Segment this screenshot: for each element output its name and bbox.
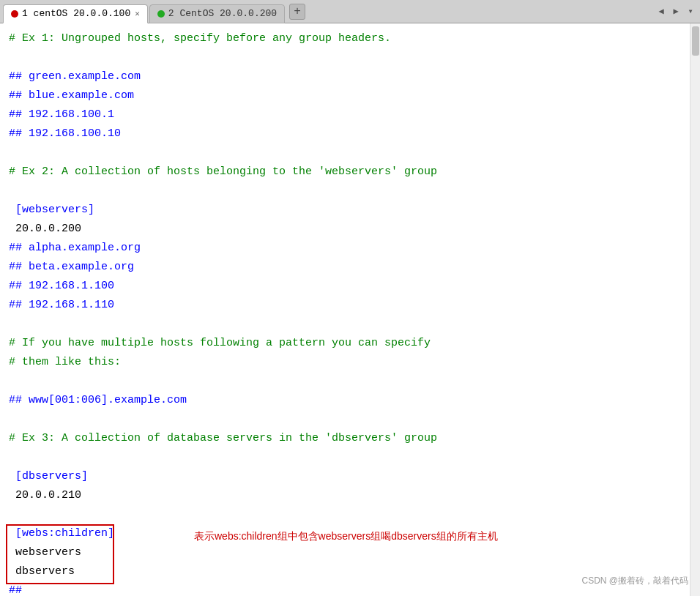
code-line-26: [webs:children]	[9, 524, 681, 543]
code-line-17: # them like this:	[9, 353, 681, 372]
code-line-23: [dbservers]	[9, 467, 681, 486]
tab-menu-button[interactable]: ▾	[684, 5, 697, 18]
code-line-7: # Ex 2: A collection of hosts belonging …	[9, 163, 681, 182]
code-line-28: dbservers	[9, 562, 681, 581]
code-line-20	[9, 410, 681, 429]
code-line-18	[9, 372, 681, 391]
code-line-5: ## 192.168.100.10	[9, 124, 681, 144]
code-lines: # Ex 1: Ungrouped hosts, specify before …	[9, 29, 681, 596]
tab-bar: 1 centOS 20.0.0.100 ✕ 2 CentOS 20.0.0.20…	[0, 0, 700, 23]
code-line-12: ## beta.example.org	[9, 258, 681, 277]
editor-content[interactable]: # Ex 1: Ungrouped hosts, specify before …	[0, 23, 690, 596]
tab-next-button[interactable]: ▶	[669, 5, 682, 18]
code-line-21: # Ex 3: A collection of database servers…	[9, 429, 681, 448]
tab-2-label: 2 CentOS 20.0.0.200	[168, 8, 277, 19]
code-line-8	[9, 182, 681, 201]
tab-add-button[interactable]: +	[289, 4, 305, 20]
tab-2-dot	[157, 10, 165, 18]
code-line-27: webservers	[9, 543, 681, 562]
code-line-29: ##	[9, 581, 681, 596]
tab-prev-button[interactable]: ◀	[655, 5, 668, 18]
code-line-11: ## alpha.example.org	[9, 239, 681, 258]
tab-2[interactable]: 2 CentOS 20.0.0.200	[149, 4, 285, 23]
code-line-22	[9, 448, 681, 467]
code-line-9: [webservers]	[9, 201, 681, 220]
tab-1-label: 1 centOS 20.0.0.100	[22, 8, 130, 19]
code-line-3: ## blue.example.com	[9, 86, 681, 105]
code-line-24: 20.0.0.210	[9, 486, 681, 505]
code-line-1	[9, 48, 681, 67]
code-line-13: ## 192.168.1.100	[9, 277, 681, 296]
scrollbar-vertical[interactable]	[690, 23, 700, 596]
editor: # Ex 1: Ungrouped hosts, specify before …	[0, 23, 700, 596]
code-line-2: ## green.example.com	[9, 67, 681, 86]
code-line-6	[9, 144, 681, 163]
code-line-19: ## www[001:006].example.com	[9, 391, 681, 410]
scrollbar-thumb[interactable]	[692, 26, 699, 56]
code-line-15	[9, 315, 681, 334]
code-line-14: ## 192.168.1.110	[9, 296, 681, 315]
tab-nav: ◀ ▶ ▾	[655, 5, 697, 18]
tab-1-close[interactable]: ✕	[135, 9, 140, 18]
code-line-25	[9, 505, 681, 524]
tab-add-icon: +	[294, 5, 301, 18]
code-line-10: 20.0.0.200	[9, 220, 681, 239]
code-line-16: # If you have multiple hosts following a…	[9, 334, 681, 353]
watermark: CSDN @搬着砖，敲着代码	[581, 575, 688, 587]
code-line-0: # Ex 1: Ungrouped hosts, specify before …	[9, 29, 681, 48]
tab-1[interactable]: 1 centOS 20.0.0.100 ✕	[3, 4, 148, 23]
tab-1-dot	[11, 10, 18, 18]
code-line-4: ## 192.168.100.1	[9, 105, 681, 124]
